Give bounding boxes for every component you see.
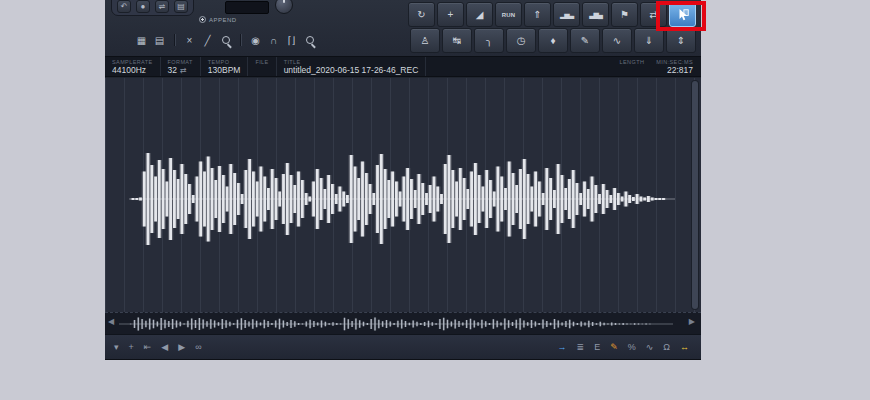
preview-icon: ◉ [251,35,260,46]
clock-tool-button[interactable]: ◷ [506,28,536,53]
preview-button[interactable]: ◉ [249,33,262,47]
info-field-file: FILE [248,57,276,76]
monitor-button[interactable]: ∩ [267,33,280,47]
tool-grid-row-1: ↻+◢RUN⇑▂▅▃▃▆▄⚑⇄ [408,2,696,27]
pan-move-icon: + [448,9,454,20]
length-value: 22:817 [667,65,693,75]
region-select-button[interactable]: ⌈⌋ [285,33,298,47]
top-toolbar: ↶●⇌▤ APPEND ▦▤×╱◉∩⌈⌋ ↻+◢RUN⇑▂▅▃▃▆▄⚑⇄ ♙↹╮… [105,0,701,56]
normalize-button[interactable]: ↻ [408,2,435,27]
overview-scroll-right-button[interactable]: ▶ [689,317,695,326]
append-mode-option[interactable]: APPEND [199,16,237,23]
stats-icon: ▂▅▃ [560,11,573,19]
loop-format-icon: ⇄ [180,66,187,75]
save-as-button[interactable]: ▤ [153,33,166,47]
overview-strip[interactable]: ◀ ▶ [105,312,701,334]
scalpel-button[interactable]: ╱ [201,33,214,47]
step-sequence-button[interactable]: ≣ [577,343,585,352]
monitor-horn-button[interactable]: Ω [663,343,670,352]
loop-mode-button[interactable]: ⇌ [155,0,169,13]
record-mode-button[interactable]: ▤ [174,0,188,13]
draw-button[interactable]: ✎ [570,28,600,53]
blur-button[interactable]: ♦ [538,28,568,53]
sine-analysis-icon: ∿ [613,35,621,46]
declick-button[interactable]: ♙ [410,28,440,53]
record-options-cluster: ↶●⇌▤ [111,0,194,16]
waveform-display[interactable] [105,78,701,312]
clock-tool-icon: ◷ [517,35,526,46]
file-label: FILE [255,59,268,65]
export-down-icon: ⇓ [645,35,653,46]
previous-marker-button[interactable]: ◀ [161,343,168,352]
spectrum-button[interactable]: ▃▆▄ [582,2,609,27]
overview-scroll-left-button[interactable]: ◀ [108,317,114,326]
magnifier-icon [306,36,314,44]
search-button[interactable] [219,33,232,47]
length-label: LENGTH [620,59,645,65]
title-value: untitled_2020-06-15 17-26-46_REC [284,65,419,75]
loop-span-button[interactable]: ↔ [680,343,689,352]
spectrum-icon: ▃▆▄ [589,11,602,19]
scalpel-icon: ╱ [204,35,210,46]
tools-menu-icon: × [187,35,193,46]
record-mode-display [225,1,269,14]
transport-left-group: ▾+⇤◀▶∞ [114,343,202,352]
info-field-samplerate: SAMPLERATE44100Hz [105,57,161,76]
fade-button[interactable]: ◢ [466,2,493,27]
zoom-button[interactable] [303,33,316,47]
file-toolbar: ▦▤×╱◉∩⌈⌋ [135,33,316,47]
pencil-tool-button[interactable]: ✎ [610,343,618,352]
stats-button[interactable]: ▂▅▃ [553,2,580,27]
samplerate-value: 44100Hz [112,65,153,75]
gain-knob[interactable] [275,0,293,14]
wave-curve-button[interactable]: ∿ [646,343,654,352]
toolbar-separator [174,34,175,46]
sample-info-bar: SAMPLERATE44100HzFORMAT32⇄TEMPO130BPMFIL… [105,56,701,77]
link-button[interactable]: ∞ [195,343,201,352]
undo-arrow-button[interactable]: ↶ [117,0,131,13]
fit-vertical-button[interactable]: ⇕ [666,28,696,53]
send-to-playlist-button[interactable]: → [558,343,567,352]
sine-analysis-button[interactable]: ∿ [602,28,632,53]
blur-icon: ♦ [550,35,555,46]
record-source-icon: ● [141,2,146,11]
fade-icon: ◢ [476,9,484,20]
menu-caret-button[interactable]: ▾ [114,343,119,352]
info-field-tempo: TEMPO130BPM [201,57,249,76]
run-script-icon: RUN [502,12,516,18]
save-button[interactable]: ▦ [135,33,148,47]
pan-move-button[interactable]: + [437,2,464,27]
format-value: 32⇄ [168,65,193,75]
waveform-graphic [105,78,701,312]
filter-button[interactable]: ╮ [474,28,504,53]
magnifier-icon [222,36,230,44]
info-field-title: TITLEuntitled_2020-06-15 17-26-46_REC [277,57,427,76]
snap-percent-button[interactable]: % [628,343,636,352]
annotation-highlight-box [656,1,706,31]
loop-mode-icon: ⇌ [159,2,166,11]
go-start-button[interactable]: ⇤ [144,343,152,352]
vertical-scrollbar[interactable] [691,80,699,310]
transport-right-group: →≣E✎%∿Ω↔ [558,343,689,352]
record-mode-icon: ▤ [177,2,185,11]
record-source-button[interactable]: ● [136,0,150,13]
tool-grid-row-2: ♙↹╮◷♦✎∿⇓⇕ [408,28,696,53]
info-field-format: FORMAT32⇄ [161,57,201,76]
fit-vertical-icon: ⇕ [677,35,685,46]
export-down-button[interactable]: ⇓ [634,28,664,53]
pan-tool-button[interactable]: + [129,343,134,352]
flag-marker-button[interactable]: ⚑ [611,2,638,27]
run-script-button[interactable]: RUN [495,2,522,27]
draw-icon: ✎ [581,35,589,46]
tools-menu-button[interactable]: × [183,33,196,47]
next-marker-button[interactable]: ▶ [178,343,185,352]
boost-button[interactable]: ⇑ [524,2,551,27]
envelope-button[interactable]: E [594,343,600,352]
boost-icon: ⇑ [533,9,541,20]
vertical-scrollbar-thumb[interactable] [692,81,698,309]
save-as-icon: ▤ [155,35,164,46]
time-stretch-button[interactable]: ↹ [442,28,472,53]
normalize-icon: ↻ [417,9,425,20]
declick-icon: ♙ [421,35,430,46]
flag-marker-icon: ⚑ [620,9,629,20]
